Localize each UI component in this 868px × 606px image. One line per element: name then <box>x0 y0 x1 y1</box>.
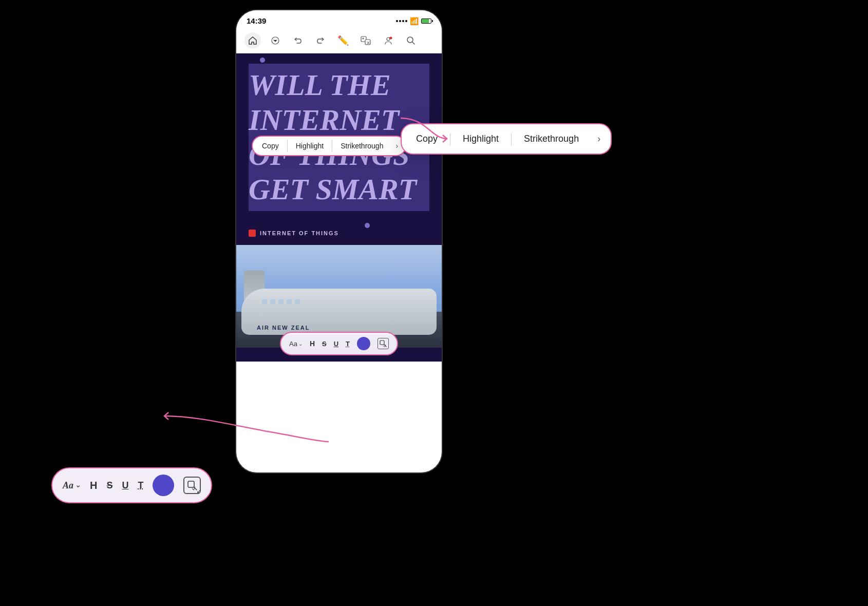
plane-fuselage: AIR NEW ZEAL <box>241 289 437 335</box>
highlight-button-large[interactable]: Highlight <box>451 124 510 154</box>
pencil-icon[interactable]: ✏️ <box>335 32 351 49</box>
chevron-icon-small[interactable]: ⌄ <box>298 341 303 347</box>
sep-s1 <box>287 140 288 152</box>
category-label: INTERNET OF THINGS <box>260 230 339 236</box>
search-icon[interactable] <box>403 32 419 49</box>
headline-line-4: GET SMART <box>249 172 429 207</box>
strikethrough-button-small[interactable]: Strikethrough <box>333 137 390 155</box>
home-icon[interactable] <box>244 32 261 49</box>
dropdown-icon[interactable] <box>267 32 284 49</box>
category-dot <box>249 230 256 237</box>
context-menu-small: Copy Highlight Strikethrough › <box>252 136 406 156</box>
svg-rect-8 <box>380 340 384 345</box>
heading-tool-small[interactable]: H <box>310 339 315 348</box>
headline-line-1: WILL THE <box>249 68 429 103</box>
strikethrough-tool-large[interactable]: S <box>106 480 112 491</box>
book-content: WILL THE INTERNET OF THINGS GET SMART IN… <box>236 53 442 362</box>
bottom-toolbar-small: Aa ⌄ H S U T <box>280 332 398 355</box>
heading-tool-large[interactable]: H <box>90 480 97 491</box>
menu-separator-1 <box>450 133 450 145</box>
menu-more-chevron-large[interactable]: › <box>590 124 608 154</box>
underline-tool-small[interactable]: U <box>334 340 338 348</box>
color-swatch-large[interactable] <box>153 475 174 496</box>
status-bar: 14:39 📶 <box>236 10 442 28</box>
airline-text: AIR NEW ZEAL <box>257 325 310 331</box>
font-tool-large[interactable]: Aa ⌄ <box>63 480 81 491</box>
copy-button-small[interactable]: Copy <box>255 137 286 155</box>
svg-rect-0 <box>188 481 194 487</box>
phone-frame: 14:39 📶 <box>236 10 442 472</box>
status-icons: 📶 <box>396 17 431 25</box>
color-swatch-small[interactable] <box>357 337 370 350</box>
app-toolbar: ✏️ <box>236 28 442 53</box>
category-tag: INTERNET OF THINGS <box>236 221 442 245</box>
select-tool-small[interactable] <box>378 338 389 349</box>
svg-point-6 <box>390 37 392 40</box>
undo-icon[interactable] <box>290 32 306 49</box>
strikethrough-button-large[interactable]: Strikethrough <box>513 124 590 154</box>
status-time: 14:39 <box>247 16 266 25</box>
bottom-toolbar-large: Aa ⌄ H S U T <box>51 467 212 503</box>
translate-icon[interactable] <box>357 32 374 49</box>
context-menu-large: Copy Highlight Strikethrough › <box>401 123 612 155</box>
selection-handle-bottom <box>365 223 370 228</box>
sep-s2 <box>332 140 332 152</box>
svg-point-7 <box>407 37 413 43</box>
signal-icon <box>396 20 407 22</box>
strikethrough-tool-small[interactable]: S <box>322 340 327 348</box>
copy-button-large[interactable]: Copy <box>405 124 449 154</box>
selection-handle-top <box>260 58 265 63</box>
text-tool-large[interactable]: T <box>138 480 143 491</box>
select-tool-large[interactable] <box>183 477 201 494</box>
profile-icon[interactable] <box>380 32 397 49</box>
redo-icon[interactable] <box>312 32 329 49</box>
battery-icon <box>421 18 431 24</box>
highlight-button-small[interactable]: Highlight <box>289 137 331 155</box>
wifi-icon: 📶 <box>410 17 419 25</box>
menu-separator-2 <box>511 133 512 145</box>
font-tool-small[interactable]: Aa ⌄ <box>289 340 303 348</box>
underline-tool-large[interactable]: U <box>122 480 128 491</box>
text-tool-small[interactable]: T <box>346 340 350 348</box>
chevron-icon-large[interactable]: ⌄ <box>75 481 81 489</box>
